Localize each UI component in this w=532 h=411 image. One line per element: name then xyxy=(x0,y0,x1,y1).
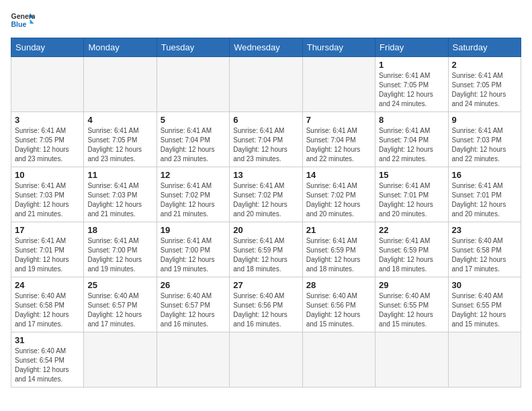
day-sun-info: Sunrise: 6:41 AMSunset: 7:04 PMDaylight:… xyxy=(379,126,444,164)
day-sun-info: Sunrise: 6:41 AMSunset: 6:59 PMDaylight:… xyxy=(233,236,298,274)
day-number: 28 xyxy=(306,280,371,290)
day-sun-info: Sunrise: 6:40 AMSunset: 6:57 PMDaylight:… xyxy=(87,291,152,329)
calendar-week-row: 1Sunrise: 6:41 AMSunset: 7:05 PMDaylight… xyxy=(11,57,521,112)
weekday-header-row: SundayMondayTuesdayWednesdayThursdayFrid… xyxy=(11,38,521,57)
calendar-week-row: 17Sunrise: 6:41 AMSunset: 7:01 PMDayligh… xyxy=(11,222,521,277)
day-sun-info: Sunrise: 6:41 AMSunset: 7:04 PMDaylight:… xyxy=(233,126,298,164)
day-number: 13 xyxy=(233,170,298,180)
day-number: 3 xyxy=(15,115,80,125)
calendar-cell xyxy=(157,332,229,387)
day-number: 16 xyxy=(452,170,517,180)
calendar-cell xyxy=(375,332,448,387)
day-number: 5 xyxy=(161,115,226,125)
day-sun-info: Sunrise: 6:41 AMSunset: 7:04 PMDaylight:… xyxy=(161,126,226,164)
calendar-cell: 4Sunrise: 6:41 AMSunset: 7:05 PMDaylight… xyxy=(84,112,157,167)
day-sun-info: Sunrise: 6:41 AMSunset: 7:02 PMDaylight:… xyxy=(233,181,298,219)
calendar-cell: 21Sunrise: 6:41 AMSunset: 6:59 PMDayligh… xyxy=(302,222,375,277)
calendar-week-row: 24Sunrise: 6:40 AMSunset: 6:58 PMDayligh… xyxy=(11,277,521,332)
day-number: 26 xyxy=(161,280,226,290)
calendar-cell xyxy=(230,332,302,387)
day-number: 19 xyxy=(161,225,226,235)
calendar-cell xyxy=(157,57,229,112)
day-sun-info: Sunrise: 6:40 AMSunset: 6:55 PMDaylight:… xyxy=(379,291,444,329)
calendar-cell: 23Sunrise: 6:40 AMSunset: 6:58 PMDayligh… xyxy=(448,222,521,277)
calendar-cell: 13Sunrise: 6:41 AMSunset: 7:02 PMDayligh… xyxy=(230,167,302,222)
day-sun-info: Sunrise: 6:41 AMSunset: 7:02 PMDaylight:… xyxy=(306,181,371,219)
day-number: 6 xyxy=(233,115,298,125)
day-number: 21 xyxy=(306,225,371,235)
calendar-cell: 14Sunrise: 6:41 AMSunset: 7:02 PMDayligh… xyxy=(302,167,375,222)
calendar-table: SundayMondayTuesdayWednesdayThursdayFrid… xyxy=(11,38,521,387)
day-number: 18 xyxy=(87,225,152,235)
weekday-header-sunday: Sunday xyxy=(11,38,84,57)
calendar-cell: 9Sunrise: 6:41 AMSunset: 7:03 PMDaylight… xyxy=(448,112,521,167)
day-number: 7 xyxy=(306,115,371,125)
calendar-cell: 24Sunrise: 6:40 AMSunset: 6:58 PMDayligh… xyxy=(11,277,84,332)
day-sun-info: Sunrise: 6:40 AMSunset: 6:55 PMDaylight:… xyxy=(452,291,517,329)
day-sun-info: Sunrise: 6:40 AMSunset: 6:56 PMDaylight:… xyxy=(306,291,371,329)
day-number: 10 xyxy=(15,170,80,180)
day-sun-info: Sunrise: 6:41 AMSunset: 7:05 PMDaylight:… xyxy=(87,126,152,164)
calendar-cell: 7Sunrise: 6:41 AMSunset: 7:04 PMDaylight… xyxy=(302,112,375,167)
calendar-cell: 22Sunrise: 6:41 AMSunset: 6:59 PMDayligh… xyxy=(375,222,448,277)
day-number: 27 xyxy=(233,280,298,290)
day-number: 8 xyxy=(379,115,444,125)
day-number: 22 xyxy=(379,225,444,235)
day-sun-info: Sunrise: 6:41 AMSunset: 7:01 PMDaylight:… xyxy=(15,236,80,274)
calendar-cell xyxy=(11,57,84,112)
day-sun-info: Sunrise: 6:40 AMSunset: 6:58 PMDaylight:… xyxy=(15,291,80,329)
calendar-cell: 26Sunrise: 6:40 AMSunset: 6:57 PMDayligh… xyxy=(157,277,229,332)
day-number: 29 xyxy=(379,280,444,290)
weekday-header-friday: Friday xyxy=(375,38,448,57)
day-sun-info: Sunrise: 6:41 AMSunset: 7:05 PMDaylight:… xyxy=(15,126,80,164)
day-number: 24 xyxy=(15,280,80,290)
calendar-week-row: 10Sunrise: 6:41 AMSunset: 7:03 PMDayligh… xyxy=(11,167,521,222)
calendar-cell: 27Sunrise: 6:40 AMSunset: 6:56 PMDayligh… xyxy=(230,277,302,332)
calendar-cell: 2Sunrise: 6:41 AMSunset: 7:05 PMDaylight… xyxy=(448,57,521,112)
calendar-cell: 6Sunrise: 6:41 AMSunset: 7:04 PMDaylight… xyxy=(230,112,302,167)
calendar-cell: 15Sunrise: 6:41 AMSunset: 7:01 PMDayligh… xyxy=(375,167,448,222)
day-sun-info: Sunrise: 6:41 AMSunset: 7:05 PMDaylight:… xyxy=(379,71,444,109)
calendar-cell xyxy=(302,57,375,112)
day-sun-info: Sunrise: 6:41 AMSunset: 7:02 PMDaylight:… xyxy=(161,181,226,219)
day-sun-info: Sunrise: 6:41 AMSunset: 7:00 PMDaylight:… xyxy=(161,236,226,274)
calendar-cell: 30Sunrise: 6:40 AMSunset: 6:55 PMDayligh… xyxy=(448,277,521,332)
calendar-cell: 18Sunrise: 6:41 AMSunset: 7:00 PMDayligh… xyxy=(84,222,157,277)
page-header: GeneralBlue xyxy=(11,11,521,30)
day-number: 30 xyxy=(452,280,517,290)
day-sun-info: Sunrise: 6:40 AMSunset: 6:58 PMDaylight:… xyxy=(452,236,517,274)
calendar-cell: 12Sunrise: 6:41 AMSunset: 7:02 PMDayligh… xyxy=(157,167,229,222)
day-number: 15 xyxy=(379,170,444,180)
calendar-cell: 3Sunrise: 6:41 AMSunset: 7:05 PMDaylight… xyxy=(11,112,84,167)
day-sun-info: Sunrise: 6:41 AMSunset: 7:01 PMDaylight:… xyxy=(452,181,517,219)
calendar-cell: 28Sunrise: 6:40 AMSunset: 6:56 PMDayligh… xyxy=(302,277,375,332)
calendar-cell: 8Sunrise: 6:41 AMSunset: 7:04 PMDaylight… xyxy=(375,112,448,167)
day-sun-info: Sunrise: 6:41 AMSunset: 6:59 PMDaylight:… xyxy=(306,236,371,274)
day-number: 9 xyxy=(452,115,517,125)
day-number: 11 xyxy=(87,170,152,180)
svg-text:Blue: Blue xyxy=(11,20,27,28)
day-number: 20 xyxy=(233,225,298,235)
calendar-cell: 10Sunrise: 6:41 AMSunset: 7:03 PMDayligh… xyxy=(11,167,84,222)
calendar-cell xyxy=(302,332,375,387)
calendar-cell: 16Sunrise: 6:41 AMSunset: 7:01 PMDayligh… xyxy=(448,167,521,222)
weekday-header-monday: Monday xyxy=(84,38,157,57)
day-number: 12 xyxy=(161,170,226,180)
calendar-cell: 20Sunrise: 6:41 AMSunset: 6:59 PMDayligh… xyxy=(230,222,302,277)
calendar-cell: 19Sunrise: 6:41 AMSunset: 7:00 PMDayligh… xyxy=(157,222,229,277)
calendar-cell: 17Sunrise: 6:41 AMSunset: 7:01 PMDayligh… xyxy=(11,222,84,277)
calendar-cell: 5Sunrise: 6:41 AMSunset: 7:04 PMDaylight… xyxy=(157,112,229,167)
day-sun-info: Sunrise: 6:40 AMSunset: 6:54 PMDaylight:… xyxy=(15,347,80,384)
day-sun-info: Sunrise: 6:40 AMSunset: 6:56 PMDaylight:… xyxy=(233,291,298,329)
weekday-header-tuesday: Tuesday xyxy=(157,38,229,57)
day-sun-info: Sunrise: 6:41 AMSunset: 7:04 PMDaylight:… xyxy=(306,126,371,164)
day-number: 31 xyxy=(15,335,80,345)
calendar-cell: 29Sunrise: 6:40 AMSunset: 6:55 PMDayligh… xyxy=(375,277,448,332)
weekday-header-thursday: Thursday xyxy=(302,38,375,57)
day-sun-info: Sunrise: 6:41 AMSunset: 7:01 PMDaylight:… xyxy=(379,181,444,219)
calendar-cell xyxy=(448,332,521,387)
day-sun-info: Sunrise: 6:41 AMSunset: 7:03 PMDaylight:… xyxy=(87,181,152,219)
day-number: 23 xyxy=(452,225,517,235)
calendar-cell xyxy=(84,57,157,112)
day-number: 4 xyxy=(87,115,152,125)
